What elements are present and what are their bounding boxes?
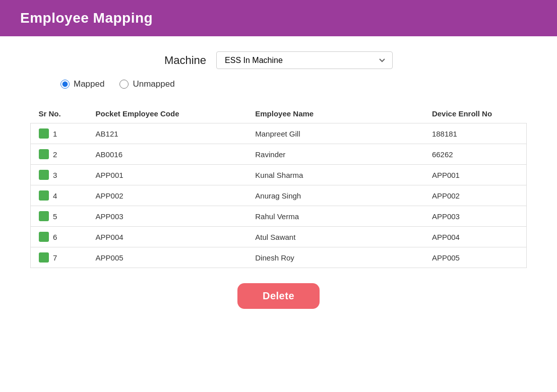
sr-value: 3 [53, 171, 57, 179]
cell-device-enroll: APP001 [424, 165, 527, 185]
table-row: 2AB0016Ravinder66262 [31, 144, 527, 165]
cell-sr-no: 7 [31, 247, 88, 268]
cell-sr-no: 1 [31, 123, 88, 144]
unmapped-label: Unmapped [133, 79, 174, 89]
sr-value: 2 [53, 150, 57, 159]
machine-select[interactable]: ESS In MachineMachine 2Machine 3 [216, 51, 393, 69]
main-content: Machine ESS In MachineMachine 2Machine 3… [0, 36, 557, 324]
cell-sr-no: 3 [31, 165, 88, 185]
sr-value: 4 [53, 191, 57, 200]
col-sr-no: Sr No. [31, 104, 88, 123]
cell-pocket-code: APP003 [88, 206, 247, 227]
cell-pocket-code: AB121 [88, 123, 247, 144]
cell-pocket-code: APP005 [88, 247, 247, 268]
table-row: 7APP005Dinesh RoyAPP005 [31, 247, 527, 268]
cell-device-enroll: APP002 [424, 185, 527, 206]
sr-value: 6 [53, 233, 57, 241]
green-indicator [39, 232, 49, 242]
mapped-radio-option[interactable]: Mapped [60, 79, 104, 89]
unmapped-radio-option[interactable]: Unmapped [119, 79, 174, 89]
cell-device-enroll: APP003 [424, 206, 527, 227]
unmapped-radio[interactable] [119, 80, 129, 89]
green-indicator [39, 190, 49, 201]
cell-device-enroll: 188181 [424, 123, 527, 144]
cell-device-enroll: APP005 [424, 247, 527, 268]
machine-label: Machine [164, 54, 206, 67]
filter-radio-row: Mapped Unmapped [30, 79, 527, 89]
cell-sr-no: 4 [31, 185, 88, 206]
cell-employee-name: Anurag Singh [247, 185, 424, 206]
sr-value: 5 [53, 212, 57, 221]
col-device-enroll-no: Device Enroll No [424, 104, 527, 123]
cell-employee-name: Ravinder [247, 144, 424, 165]
cell-sr-no: 6 [31, 227, 88, 247]
green-indicator [39, 149, 49, 159]
cell-pocket-code: APP001 [88, 165, 247, 185]
table-row: 5APP003Rahul VermaAPP003 [31, 206, 527, 227]
cell-employee-name: Rahul Verma [247, 206, 424, 227]
machine-row: Machine ESS In MachineMachine 2Machine 3 [30, 51, 527, 69]
table-row: 4APP002Anurag SinghAPP002 [31, 185, 527, 206]
sr-value: 7 [53, 253, 57, 262]
green-indicator [39, 252, 49, 263]
mapped-label: Mapped [74, 79, 104, 89]
cell-sr-no: 5 [31, 206, 88, 227]
cell-device-enroll: 66262 [424, 144, 527, 165]
cell-pocket-code: APP004 [88, 227, 247, 247]
cell-employee-name: Dinesh Roy [247, 247, 424, 268]
cell-employee-name: Atul Sawant [247, 227, 424, 247]
cell-employee-name: Manpreet Gill [247, 123, 424, 144]
delete-button[interactable]: Delete [237, 283, 320, 309]
col-pocket-employee-code: Pocket Employee Code [88, 104, 247, 123]
employee-table: Sr No. Pocket Employee Code Employee Nam… [30, 104, 527, 268]
cell-pocket-code: AB0016 [88, 144, 247, 165]
cell-employee-name: Kunal Sharma [247, 165, 424, 185]
table-row: 1AB121Manpreet Gill188181 [31, 123, 527, 144]
col-employee-name: Employee Name [247, 104, 424, 123]
table-body: 1AB121Manpreet Gill1881812AB0016Ravinder… [31, 123, 527, 268]
sr-value: 1 [53, 129, 57, 138]
cell-device-enroll: APP004 [424, 227, 527, 247]
mapped-radio[interactable] [60, 80, 70, 89]
table-header-row: Sr No. Pocket Employee Code Employee Nam… [31, 104, 527, 123]
page-header: Employee Mapping [0, 0, 557, 36]
cell-pocket-code: APP002 [88, 185, 247, 206]
cell-sr-no: 2 [31, 144, 88, 165]
green-indicator [39, 128, 49, 139]
page-title: Employee Mapping [20, 10, 153, 26]
green-indicator [39, 170, 49, 180]
table-row: 3APP001Kunal SharmaAPP001 [31, 165, 527, 185]
green-indicator [39, 211, 49, 221]
table-row: 6APP004Atul SawantAPP004 [31, 227, 527, 247]
